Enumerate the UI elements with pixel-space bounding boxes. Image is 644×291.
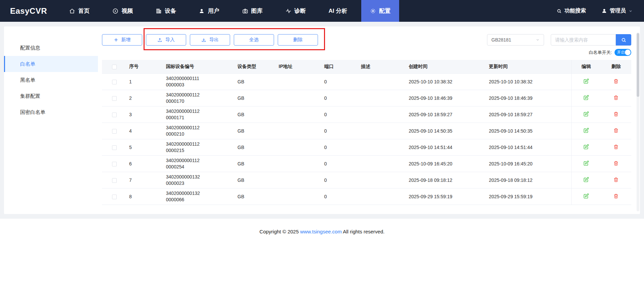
whitelist-switch-row: 白名单开关: 开启 (102, 49, 631, 56)
row-checkbox[interactable] (112, 129, 117, 134)
edit-icon[interactable] (583, 160, 589, 166)
delete-icon[interactable] (613, 95, 619, 100)
row-device-type: GB (237, 112, 244, 117)
footer-text: All rights reserved. (342, 229, 385, 234)
delete-icon[interactable] (613, 78, 619, 84)
search-input[interactable] (551, 34, 616, 46)
admin-avatar-icon (601, 8, 607, 14)
row-checkbox[interactable] (112, 113, 117, 117)
function-search[interactable]: 功能搜索 (556, 7, 586, 14)
nav-label: 首页 (78, 7, 90, 15)
gear-icon (370, 8, 376, 14)
nav-label: AI 分析 (329, 7, 347, 15)
edit-icon[interactable] (583, 111, 589, 117)
row-device-id: 3402000000132 0000066 (164, 188, 235, 205)
row-port: 0 (324, 194, 327, 199)
row-device-id: 3402000000112 0000215 (164, 139, 235, 155)
plus-icon (114, 38, 118, 42)
row-index: 8 (129, 194, 132, 199)
delete-button[interactable]: 删除 (278, 34, 318, 46)
nav-item-home[interactable]: 首页 (60, 0, 98, 22)
nav-item-ai-analysis[interactable]: AI 分析 (320, 0, 356, 22)
home-icon (69, 8, 75, 14)
protocol-select[interactable]: GB28181 (487, 34, 544, 46)
nav-label: 设备 (165, 7, 176, 15)
sidebar-item-whitelist[interactable]: 白名单 (4, 56, 98, 72)
col-header-type: 设备类型 (235, 60, 277, 73)
add-button[interactable]: 新增 (102, 34, 142, 46)
row-created-time: 2025-09-10 18:59:27 (409, 112, 452, 117)
row-device-type: GB (237, 95, 244, 101)
vertical-scrollbar (637, 32, 639, 211)
delete-icon[interactable] (613, 177, 619, 183)
scrollbar-thumb[interactable] (637, 33, 639, 97)
user-name: 管理员 (610, 7, 626, 14)
import-button[interactable]: 导入 (146, 34, 186, 46)
nav-item-diagnosis[interactable]: 诊断 (277, 0, 315, 22)
footer-link[interactable]: www.tsingsee.com (300, 229, 342, 234)
delete-icon[interactable] (613, 144, 619, 150)
row-device-type: GB (237, 145, 244, 150)
import-button-label: 导入 (165, 37, 175, 43)
row-index: 2 (129, 95, 132, 101)
nav-item-device[interactable]: 设备 (147, 0, 185, 22)
table-row: 7 3402000000132 0000023 GB 0 2025-09-18 … (102, 172, 631, 188)
config-sidebar: 配置信息 白名单 黑名单 集群配置 国密白名单 (4, 26, 98, 214)
export-button[interactable]: 导出 (190, 34, 230, 46)
toggle-knob (625, 50, 631, 55)
delete-icon[interactable] (613, 193, 619, 199)
row-updated-time: 2025-09-10 14:50:35 (489, 128, 533, 134)
sidebar-item-blacklist[interactable]: 黑名单 (4, 72, 98, 88)
edit-icon[interactable] (583, 78, 589, 84)
sidebar-item-cluster-config[interactable]: 集群配置 (4, 88, 98, 104)
select-all-checkbox[interactable] (112, 65, 117, 69)
edit-icon[interactable] (583, 177, 589, 183)
user-menu[interactable]: 管理员 (601, 7, 633, 14)
row-updated-time: 2025-10-10 10:38:32 (489, 79, 533, 84)
select-all-button[interactable]: 全选 (234, 34, 274, 46)
nav-item-video[interactable]: 视频 (104, 0, 142, 22)
chevron-down-icon (536, 38, 540, 42)
edit-icon[interactable] (583, 128, 589, 133)
row-checkbox[interactable] (112, 80, 117, 84)
row-created-time: 2025-10-10 10:38:32 (409, 79, 452, 84)
whitelist-toggle[interactable]: 开启 (614, 49, 631, 56)
edit-icon[interactable] (583, 144, 589, 150)
table-row: 8 3402000000132 0000066 GB 0 2025-09-29 … (102, 188, 631, 205)
row-port: 0 (324, 79, 327, 84)
col-header-ip: IP地址 (277, 60, 322, 73)
row-updated-time: 2025-10-09 16:45:20 (489, 161, 533, 166)
delete-icon[interactable] (613, 160, 619, 166)
sidebar-item-gm-whitelist[interactable]: 国密白名单 (4, 104, 98, 120)
row-checkbox[interactable] (112, 145, 117, 150)
row-device-type: GB (237, 79, 244, 84)
diagnosis-icon (285, 8, 291, 14)
row-updated-time: 2025-09-10 18:46:39 (489, 95, 533, 101)
sidebar-item-config-info[interactable]: 配置信息 (4, 40, 98, 56)
row-device-type: GB (237, 128, 244, 134)
col-header-index: 序号 (127, 60, 164, 73)
nav-item-config[interactable]: 配置 (361, 0, 399, 22)
row-device-type: GB (237, 177, 244, 183)
table-row: 3 3402000000112 0000171 GB 0 2025-09-10 … (102, 106, 631, 123)
edit-icon[interactable] (583, 193, 589, 199)
search-button[interactable] (616, 34, 631, 46)
row-checkbox[interactable] (112, 96, 117, 101)
delete-icon[interactable] (613, 128, 619, 133)
nav-item-user[interactable]: 用户 (190, 0, 228, 22)
row-updated-time: 2025-09-29 15:59:19 (489, 194, 533, 199)
col-header-updated: 更新时间 (487, 60, 572, 73)
row-device-id: 3402000000112 0000170 (164, 90, 235, 106)
row-checkbox[interactable] (112, 162, 117, 166)
edit-icon[interactable] (583, 95, 589, 100)
top-navbar: EasyCVR 首页 视频 设备 用户 图库 诊断 AI 分析 (0, 0, 644, 22)
row-index: 7 (129, 177, 132, 183)
delete-icon[interactable] (613, 111, 619, 117)
nav-item-gallery[interactable]: 图库 (233, 0, 271, 22)
toggle-state-label: 开启 (617, 50, 625, 55)
row-checkbox[interactable] (112, 178, 117, 183)
export-button-label: 导出 (209, 37, 219, 43)
whitelist-table: 序号 国标设备编号 设备类型 IP地址 端口 描述 创建时间 更新时间 编辑 删… (102, 60, 631, 205)
row-device-type: GB (237, 161, 244, 166)
row-checkbox[interactable] (112, 195, 117, 199)
